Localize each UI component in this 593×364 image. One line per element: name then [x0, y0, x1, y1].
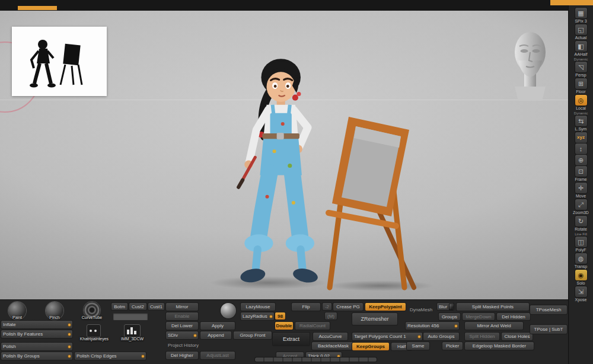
xpose-icon[interactable]: ⇲ — [575, 286, 587, 297]
crease-pg-button[interactable]: Crease PG — [333, 303, 363, 311]
slider-dot[interactable] — [455, 325, 457, 327]
blur-curve-chip[interactable] — [449, 304, 454, 310]
shelf-item-lsym[interactable]: Dynamic ⇆ L.Sym — [569, 111, 593, 132]
cust1-button[interactable]: Cust1 — [148, 303, 164, 310]
shelf-item-floor[interactable]: ⊞ Floor — [569, 78, 593, 94]
shelf-item-scroll[interactable]: ↕ — [569, 143, 593, 154]
custom-text-field[interactable] — [113, 312, 148, 321]
slider-dot[interactable] — [142, 355, 144, 357]
picker-button[interactable]: Picker — [442, 342, 463, 350]
groups-button[interactable]: Groups — [439, 313, 460, 320]
perspective-icon[interactable]: ◹ — [575, 62, 587, 72]
edgeloop-masked-border-button[interactable]: Edgeloop Masked Border — [465, 342, 534, 350]
shelf-item-local[interactable]: ◎ Local — [569, 95, 593, 111]
spix-icon[interactable]: ▦ — [575, 8, 587, 18]
zoom-icon[interactable]: ⊕ — [575, 155, 587, 165]
keep-polypaint-button[interactable]: KeepPolypaint — [365, 303, 406, 311]
slider-dot[interactable] — [337, 355, 340, 357]
append-button[interactable]: Append — [200, 331, 231, 339]
split-hidden-button[interactable]: Split Hidden — [465, 333, 499, 340]
dynamesh-label[interactable]: DynaMesh — [406, 306, 436, 314]
double-button[interactable]: Double — [275, 322, 293, 330]
aahalf-icon[interactable]: ◧ — [575, 41, 587, 52]
slider-dot[interactable] — [270, 315, 272, 318]
cust2-button[interactable]: Cust2 — [129, 303, 146, 310]
xyz-symmetry-icon[interactable]: xyz — [575, 132, 587, 143]
shelf-item-polyf[interactable]: Line Fill ◫ PolyF — [569, 232, 593, 253]
merge-down-button[interactable]: MergeDown — [463, 313, 495, 320]
polish-by-features-slider[interactable]: Polish By Features — [1, 330, 72, 338]
shelf-item-xyz[interactable]: xyz — [569, 132, 593, 143]
easel-model[interactable] — [325, 114, 426, 292]
shelf-item-persp[interactable]: Dynamic ◹ Persp — [569, 58, 593, 78]
backfacemask-button[interactable]: BackfaceMask — [312, 342, 355, 350]
zremesher-button[interactable]: ZRemesher — [352, 313, 397, 325]
lazyradius-value[interactable]: 98 — [275, 312, 285, 320]
del-lower-button[interactable]: Del Lower — [166, 322, 198, 330]
mirror-button[interactable]: Mirror — [166, 303, 198, 311]
move-icon[interactable]: ✛ — [575, 183, 587, 193]
keep-groups-button[interactable]: KeepGroups — [352, 343, 389, 350]
slider-dot[interactable] — [68, 355, 71, 357]
shelf-item-actual[interactable]: ◱ Actual — [569, 24, 593, 40]
resolution-slider[interactable]: Resolution 456 — [406, 322, 459, 330]
slider-dot[interactable] — [68, 333, 71, 336]
zoom3d-icon[interactable]: ⤢ — [575, 199, 587, 210]
shelf-item-solo[interactable]: ◉ Solo — [569, 270, 593, 286]
polish-slider[interactable]: Polish — [1, 343, 72, 350]
slider-dot[interactable] — [68, 346, 71, 348]
minus-two-button[interactable]: -2 — [323, 303, 331, 310]
shelf-item-transp[interactable]: ◍ Transp — [569, 253, 593, 269]
lazyradius-slider[interactable]: LazyRadius — [241, 312, 274, 320]
bottom-scrollbar[interactable] — [255, 357, 377, 362]
character-model[interactable] — [202, 46, 329, 292]
same-button[interactable]: Same — [407, 342, 429, 350]
enable-button[interactable]: Enable — [166, 312, 198, 320]
blur-slider[interactable]: Blur — [437, 303, 454, 310]
transparency-icon[interactable]: ◍ — [575, 253, 587, 264]
tposemesh-button[interactable]: TPoseMesh — [530, 305, 567, 314]
group-front-button[interactable]: Group Front — [234, 331, 272, 339]
stroke-preview-sphere[interactable] — [221, 303, 236, 318]
lazymouse-button[interactable]: LazyMouse — [241, 303, 275, 311]
polyframe-icon[interactable]: ◫ — [575, 237, 587, 247]
radial-count-button[interactable]: RadialCount — [295, 322, 330, 330]
polish-crisp-edges-slider[interactable]: Polish Crisp Edges — [75, 352, 146, 360]
flip-button[interactable]: Flip — [292, 303, 320, 311]
solo-icon[interactable]: ◉ — [575, 270, 587, 280]
lsym-icon[interactable]: ⇆ — [575, 116, 587, 126]
shelf-item-spix[interactable]: ▦ SPix 3 — [569, 8, 593, 24]
polish-by-groups-slider[interactable]: Polish By Groups — [1, 352, 72, 360]
mirror-and-weld-button[interactable]: Mirror And Weld — [465, 322, 523, 330]
m-toggle-button[interactable]: (M) — [325, 312, 337, 320]
shelf-item-xpose[interactable]: ⇲ Xpose — [569, 286, 593, 302]
extract-button[interactable]: Extract — [273, 333, 310, 346]
split-masked-points-button[interactable]: Split Masked Points — [457, 303, 529, 311]
apply-button[interactable]: Apply — [200, 322, 235, 330]
shelf-item-aahalf[interactable]: ◧ AAHalf — [569, 41, 593, 57]
slider-dot[interactable] — [418, 336, 420, 338]
inflate-slider[interactable]: Inflate — [1, 321, 72, 328]
shelf-item-frame[interactable]: ⊡ Frame — [569, 166, 593, 182]
scroll-icon[interactable]: ↕ — [575, 143, 587, 154]
frame-icon[interactable]: ⊡ — [575, 166, 587, 177]
document-canvas[interactable] — [0, 11, 568, 299]
khatripainteyes-brush-icon[interactable] — [87, 324, 101, 337]
adjust-last-button[interactable]: AdjustLast — [200, 352, 235, 359]
shelf-item-rotate[interactable]: ↻ Rotate — [569, 216, 593, 232]
del-hidden-button[interactable]: Del Hidden — [497, 313, 530, 320]
auto-groups-button[interactable]: Auto Groups — [423, 333, 459, 340]
botm-button[interactable]: Botm — [111, 303, 127, 310]
imm-3dcw-brush-icon[interactable] — [124, 324, 141, 337]
shelf-item-zoom3d[interactable]: ⤢ Zoom3D — [569, 199, 593, 215]
floor-grid-icon[interactable]: ⊞ — [575, 78, 587, 89]
shelf-item-move[interactable]: ✛ Move — [569, 183, 593, 199]
target-polygons-slider[interactable]: Target Polygons Count 1 — [352, 333, 422, 340]
close-holes-button[interactable]: Close Holes — [502, 333, 533, 340]
actual-size-icon[interactable]: ◱ — [575, 24, 587, 35]
shelf-item-zoom[interactable]: ⊕ — [569, 155, 593, 165]
rotate-icon[interactable]: ↻ — [575, 216, 587, 226]
document-thumbnail[interactable] — [12, 27, 107, 96]
slider-dot[interactable] — [194, 334, 196, 337]
material-preview-head[interactable] — [505, 25, 556, 103]
